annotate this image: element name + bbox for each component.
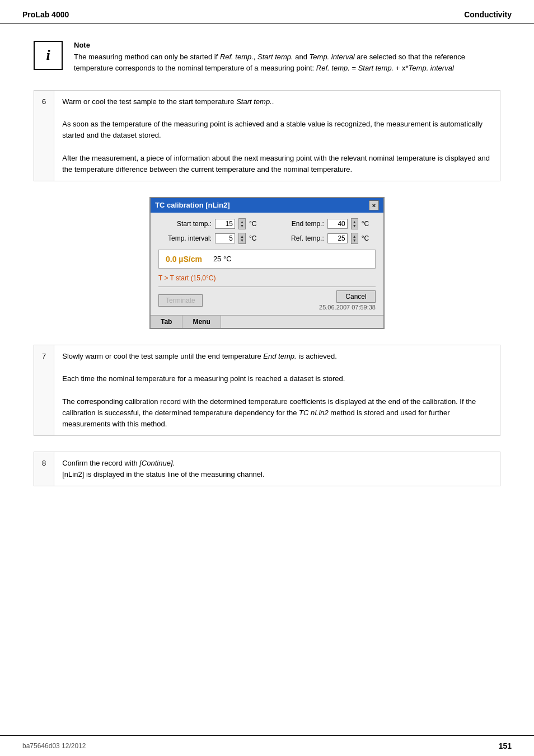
page-content: i Note The measuring method can only be …: [0, 24, 534, 519]
step-number-7: 7: [34, 345, 54, 435]
step-content-7: Slowly warm or cool the test sample unti…: [54, 345, 500, 435]
dialog-tabbar: Tab Menu: [151, 315, 383, 328]
step-number-8: 8: [34, 452, 54, 486]
temp-interval-row: Temp. interval: ▲ ▼ °C Ref. temp.: ▲ ▼ °…: [158, 233, 376, 244]
note-icon: i: [34, 41, 63, 70]
page-footer: ba75646d03 12/2012 151: [0, 735, 534, 756]
ref-temp-spinner[interactable]: ▲ ▼: [351, 233, 358, 244]
measurement-display: 0.0 µS/cm 25 °C: [158, 250, 376, 269]
start-temp-label: Start temp.:: [158, 220, 212, 228]
steps-table-8: 8 Confirm the record with [Continue]. [n…: [34, 452, 500, 486]
temp-interval-input[interactable]: [215, 233, 235, 243]
dialog-titlebar: TC calibration [nLin2] ×: [151, 198, 383, 213]
spinner-up-icon: ▲: [353, 220, 357, 224]
spinner-down-icon: ▼: [353, 224, 357, 228]
spinner-down-icon: ▼: [353, 238, 357, 242]
note-content: Note The measuring method can only be st…: [74, 41, 500, 73]
temperature-value: 25 °C: [213, 255, 232, 263]
cancel-button[interactable]: Cancel: [336, 290, 376, 303]
end-temp-label: End temp.:: [271, 220, 324, 228]
ref-temp-unit: °C: [362, 234, 369, 242]
step-content-8: Confirm the record with [Continue]. [nLi…: [54, 452, 500, 486]
menu-button[interactable]: Menu: [182, 316, 221, 328]
note-body: The measuring method can only be started…: [74, 51, 500, 73]
timestamp: 25.06.2007 07:59:38: [319, 304, 376, 311]
temp-interval-unit: °C: [249, 234, 256, 242]
tab-button[interactable]: Tab: [151, 316, 182, 328]
note-section: i Note The measuring method can only be …: [34, 41, 500, 73]
conductivity-value: 0.0 µS/cm: [166, 255, 202, 264]
start-temp-spinner[interactable]: ▲ ▼: [238, 218, 246, 229]
end-temp-spinner[interactable]: ▲ ▼: [351, 218, 358, 229]
dialog-body: Start temp.: ▲ ▼ °C End temp.: ▲ ▼ °C: [151, 213, 383, 315]
start-temp-input[interactable]: [215, 219, 235, 229]
spinner-up-icon: ▲: [240, 234, 244, 238]
spinner-up-icon: ▲: [240, 220, 244, 224]
ref-temp-label: Ref. temp.:: [271, 234, 324, 242]
close-button[interactable]: ×: [369, 200, 379, 210]
tc-calibration-dialog: TC calibration [nLin2] × Start temp.: ▲ …: [149, 197, 385, 329]
table-row: 8 Confirm the record with [Continue]. [n…: [34, 452, 500, 486]
step-number-6: 6: [34, 91, 54, 181]
spinner-down-icon: ▼: [240, 224, 244, 228]
spinner-down-icon: ▼: [240, 238, 244, 242]
button-row: Terminate Cancel 25.06.2007 07:59:38: [158, 287, 376, 311]
terminate-button[interactable]: Terminate: [158, 294, 203, 307]
temp-interval-spinner[interactable]: ▲ ▼: [238, 233, 246, 244]
dialog-wrapper: TC calibration [nLin2] × Start temp.: ▲ …: [34, 197, 500, 329]
page-number: 151: [499, 741, 512, 750]
ref-temp-input[interactable]: [327, 233, 348, 243]
table-row: 7 Slowly warm or cool the test sample un…: [34, 345, 500, 435]
start-temp-row: Start temp.: ▲ ▼ °C End temp.: ▲ ▼ °C: [158, 218, 376, 229]
product-name: ProLab 4000: [22, 10, 69, 19]
temp-interval-label: Temp. interval:: [158, 234, 212, 242]
status-text: T > T start (15,0°C): [158, 274, 376, 282]
footer-doc-id: ba75646d03 12/2012: [22, 742, 86, 750]
steps-table-6: 6 Warm or cool the test sample to the st…: [34, 90, 500, 181]
note-title: Note: [74, 41, 500, 49]
table-row: 6 Warm or cool the test sample to the st…: [34, 91, 500, 181]
dialog-title: TC calibration [nLin2]: [155, 201, 230, 209]
end-temp-unit: °C: [362, 220, 369, 228]
steps-table-7: 7 Slowly warm or cool the test sample un…: [34, 345, 500, 436]
page-header: ProLab 4000 Conductivity: [0, 0, 534, 24]
section-name: Conductivity: [464, 10, 512, 19]
start-temp-unit: °C: [249, 220, 256, 228]
spinner-up-icon: ▲: [353, 234, 357, 238]
measurement-values: 0.0 µS/cm 25 °C: [166, 255, 368, 264]
step-content-6: Warm or cool the test sample to the star…: [54, 91, 500, 181]
end-temp-input[interactable]: [327, 219, 348, 229]
